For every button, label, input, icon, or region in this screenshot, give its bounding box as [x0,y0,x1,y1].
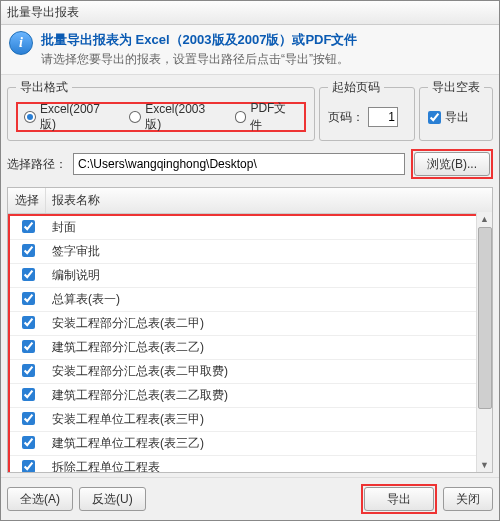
export-empty-checkbox[interactable] [428,111,441,124]
row-select-cell [10,436,46,452]
info-bar: i 批量导出报表为 Excel（2003版及2007版）或PDF文件 请选择您要… [1,25,499,75]
row-name-cell: 签字审批 [46,243,490,260]
start-page-group: 起始页码 页码： [319,79,415,141]
window-title: 批量导出报表 [7,4,79,21]
close-button[interactable]: 关闭 [443,487,493,511]
table-row[interactable]: 建筑工程部分汇总表(表二乙) [10,336,490,360]
table-row[interactable]: 签字审批 [10,240,490,264]
vertical-scrollbar[interactable]: ▲ ▼ [476,212,492,472]
table-row[interactable]: 安装工程部分汇总表(表二甲取费) [10,360,490,384]
invert-selection-button[interactable]: 反选(U) [79,487,146,511]
start-page-legend: 起始页码 [328,79,384,96]
row-checkbox[interactable] [22,220,35,233]
footer: 全选(A) 反选(U) 导出 关闭 [1,477,499,520]
row-select-cell [10,292,46,308]
grid-header-name[interactable]: 报表名称 [46,188,492,213]
radio-icon [235,111,247,123]
format-highlight-box: Excel(2007版) Excel(2003版) PDF文件 [16,102,306,132]
table-row[interactable]: 编制说明 [10,264,490,288]
browse-highlight-box: 浏览(B)... [411,149,493,179]
export-empty-group: 导出空表 导出 [419,79,493,141]
table-row[interactable]: 封面 [10,216,490,240]
row-name-cell: 总算表(表一) [46,291,490,308]
path-input[interactable] [73,153,405,175]
row-name-cell: 建筑工程部分汇总表(表二乙取费) [46,387,490,404]
row-checkbox[interactable] [22,388,35,401]
table-row[interactable]: 总算表(表一) [10,288,490,312]
row-name-cell: 编制说明 [46,267,490,284]
export-empty-legend: 导出空表 [428,79,484,96]
titlebar[interactable]: 批量导出报表 [1,1,499,25]
table-row[interactable]: 建筑工程部分汇总表(表二乙取费) [10,384,490,408]
row-checkbox[interactable] [22,340,35,353]
row-select-cell [10,316,46,332]
row-name-cell: 安装工程单位工程表(表三甲) [46,411,490,428]
row-select-cell [10,220,46,236]
row-select-cell [10,340,46,356]
row-name-cell: 封面 [46,219,490,236]
radio-icon [129,111,141,123]
export-format-legend: 导出格式 [16,79,72,96]
grid-highlight-box: 封面签字审批编制说明总算表(表一)安装工程部分汇总表(表二甲)建筑工程部分汇总表… [8,214,492,472]
row-checkbox[interactable] [22,268,35,281]
export-button[interactable]: 导出 [364,487,434,511]
radio-excel-2007[interactable]: Excel(2007版) [24,102,115,133]
export-highlight-box: 导出 [361,484,437,514]
scroll-down-icon[interactable]: ▼ [477,458,492,472]
report-grid: 选择 报表名称 封面签字审批编制说明总算表(表一)安装工程部分汇总表(表二甲)建… [7,187,493,473]
export-empty-label: 导出 [445,109,469,126]
browse-button[interactable]: 浏览(B)... [414,152,490,176]
table-row[interactable]: 拆除工程单位工程表 [10,456,490,472]
table-row[interactable]: 建筑工程单位工程表(表三乙) [10,432,490,456]
radio-excel-2003[interactable]: Excel(2003版) [129,102,220,133]
path-row: 选择路径： 浏览(B)... [1,145,499,183]
row-select-cell [10,388,46,404]
dialog-window: 批量导出报表 i 批量导出报表为 Excel（2003版及2007版）或PDF文… [0,0,500,521]
row-checkbox[interactable] [22,364,35,377]
export-format-group: 导出格式 Excel(2007版) Excel(2003版) PDF文件 [7,79,315,141]
row-checkbox[interactable] [22,316,35,329]
row-name-cell: 建筑工程部分汇总表(表二乙) [46,339,490,356]
row-name-cell: 安装工程部分汇总表(表二甲取费) [46,363,490,380]
row-select-cell [10,460,46,473]
path-label: 选择路径： [7,156,67,173]
row-checkbox[interactable] [22,412,35,425]
row-select-cell [10,244,46,260]
radio-icon [24,111,36,123]
page-label: 页码： [328,109,364,126]
row-select-cell [10,412,46,428]
info-heading: 批量导出报表为 Excel（2003版及2007版）或PDF文件 [41,31,357,49]
row-name-cell: 建筑工程单位工程表(表三乙) [46,435,490,452]
info-subtext: 请选择您要导出的报表，设置导出路径后点击“导出”按钮。 [41,51,357,68]
row-checkbox[interactable] [22,292,35,305]
grid-header-select[interactable]: 选择 [8,188,46,213]
row-checkbox[interactable] [22,460,35,473]
grid-body: 封面签字审批编制说明总算表(表一)安装工程部分汇总表(表二甲)建筑工程部分汇总表… [8,214,492,472]
table-row[interactable]: 安装工程部分汇总表(表二甲) [10,312,490,336]
row-select-cell [10,268,46,284]
row-checkbox[interactable] [22,436,35,449]
radio-pdf[interactable]: PDF文件 [235,100,298,134]
info-icon: i [9,31,33,55]
row-name-cell: 拆除工程单位工程表 [46,459,490,472]
scroll-up-icon[interactable]: ▲ [477,212,492,226]
scroll-thumb[interactable] [478,227,492,409]
row-checkbox[interactable] [22,244,35,257]
select-all-button[interactable]: 全选(A) [7,487,73,511]
row-select-cell [10,364,46,380]
page-input[interactable] [368,107,398,127]
table-row[interactable]: 安装工程单位工程表(表三甲) [10,408,490,432]
row-name-cell: 安装工程部分汇总表(表二甲) [46,315,490,332]
